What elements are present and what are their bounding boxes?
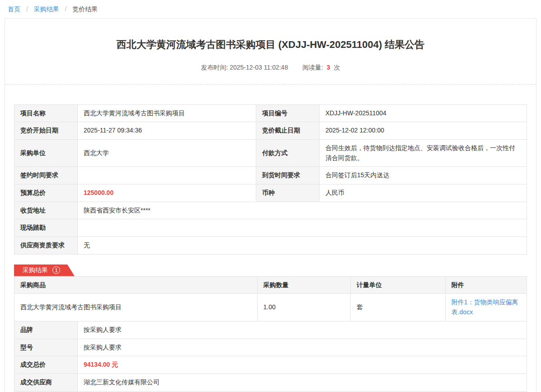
table-row: 品牌 按采购人要求 <box>14 321 527 339</box>
info-value: 人民币 <box>320 184 527 202</box>
read-count-value: 3 <box>327 64 330 71</box>
table-row: 项目名称 西北大学黄河流域考古图书采购项目 项目编号 XDJJ-HW-20251… <box>14 104 527 122</box>
publish-time-value: 2025-12-03 11:02:48 <box>230 64 288 71</box>
attachment-link[interactable]: 附件1：货物类响应偏离表.docx <box>452 298 518 316</box>
product-name: 西北大学黄河流域考古图书采购项目 <box>14 294 258 321</box>
breadcrumb-home-link[interactable]: 首页 <box>8 5 20 13</box>
table-row: 签约时间要求 到货时间要求 合同签订后15天内送达 <box>14 167 527 184</box>
read-count-unit: 次 <box>334 64 340 71</box>
table-row: 型号 按采购人要求 <box>14 339 527 356</box>
breadcrumb-separator: / <box>26 5 28 13</box>
info-label: 币种 <box>256 184 320 202</box>
table-row: 成交供应商 湖北三新文化传媒有限公司 <box>14 373 527 391</box>
info-value: 合同生效后，待货物到达指定地点、安装调试验收合格后，一次性付清合同货款。 <box>320 139 527 166</box>
column-header-unit: 计量单位 <box>350 276 445 294</box>
result-section-header: 采购结果 1 <box>14 264 527 276</box>
detail-value: 按采购人要求 <box>78 339 527 356</box>
announcement-card: 西北大学黄河流域考古图书采购项目 (XDJJ-HW-202511004) 结果公… <box>5 18 536 392</box>
table-row: 预算总价 125000.00 币种 人民币 <box>14 184 527 202</box>
info-value: 2025-12-02 12:00:00 <box>320 122 527 140</box>
info-label: 供应商资质要求 <box>14 237 78 255</box>
result-badge-label: 采购结果 <box>23 266 48 274</box>
product-unit: 套 <box>350 294 445 321</box>
info-label: 采购单位 <box>14 139 78 166</box>
info-label: 到货时间要求 <box>256 167 320 184</box>
read-count-label: 阅读量: <box>302 64 323 71</box>
column-header-product: 采购商品 <box>14 276 258 294</box>
deal-total-price: 94134.00 元 <box>78 356 527 374</box>
result-table: 采购商品 采购数量 计量单位 附件 西北大学黄河流域考古图书采购项目 1.00 … <box>14 276 527 321</box>
info-label: 项目编号 <box>256 104 320 122</box>
info-value: 2025-11-27 09:34:36 <box>78 122 256 140</box>
result-badge: 采购结果 1 <box>14 264 75 276</box>
info-label: 签约时间要求 <box>14 167 78 184</box>
breadcrumb-current: 竞价结果 <box>72 5 98 13</box>
info-label: 竞价开始日期 <box>14 122 78 140</box>
breadcrumb: 首页 / 采购结果 / 竞价结果 <box>0 0 541 18</box>
info-value: XDJJ-HW-202511004 <box>320 104 527 122</box>
result-badge-number: 1 <box>52 266 60 274</box>
info-label: 收货地址 <box>14 202 78 219</box>
read-count: 阅读量: 3 次 <box>302 64 340 71</box>
detail-value: 湖北三新文化传媒有限公司 <box>78 373 527 391</box>
info-value <box>78 219 527 237</box>
table-row: 采购单位 西北大学 付款方式 合同生效后，待货物到达指定地点、安装调试验收合格后… <box>14 139 527 166</box>
detail-label: 型号 <box>14 339 78 356</box>
page-title: 西北大学黄河流域考古图书采购项目 (XDJJ-HW-202511004) 结果公… <box>32 38 509 52</box>
breadcrumb-section-link[interactable]: 采购结果 <box>34 5 59 13</box>
detail-value: 按采购人要求 <box>78 321 527 339</box>
info-value: 无 <box>78 237 527 255</box>
info-value: 西北大学黄河流域考古图书采购项目 <box>78 104 256 122</box>
project-info-table: 项目名称 西北大学黄河流域考古图书采购项目 项目编号 XDJJ-HW-20251… <box>14 104 527 255</box>
info-value <box>78 167 256 184</box>
table-row: 收货地址 陕西省西安市长安区**** <box>14 202 527 219</box>
info-label: 项目名称 <box>14 104 78 122</box>
table-row: 供应商资质要求 无 <box>14 237 527 255</box>
info-value: 合同签订后15天内送达 <box>320 167 527 184</box>
content-area: 项目名称 西北大学黄河流域考古图书采购项目 项目编号 XDJJ-HW-20251… <box>5 85 536 392</box>
breadcrumb-separator: / <box>65 5 67 13</box>
info-label: 现场踏勘 <box>14 219 78 237</box>
product-quantity: 1.00 <box>257 294 350 321</box>
column-header-quantity: 采购数量 <box>257 276 350 294</box>
table-row: 现场踏勘 <box>14 219 527 237</box>
column-header-attachment: 附件 <box>445 276 527 294</box>
budget-total-value: 125000.00 <box>78 184 256 202</box>
table-row: 竞价开始日期 2025-11-27 09:34:36 竞价截止日期 2025-1… <box>14 122 527 140</box>
detail-label: 品牌 <box>14 321 78 339</box>
publish-time-label: 发布时间: <box>201 64 228 71</box>
announcement-meta: 发布时间: 2025-12-03 11:02:48 阅读量: 3 次 <box>5 64 536 72</box>
table-row: 西北大学黄河流域考古图书采购项目 1.00 套 附件1：货物类响应偏离表.doc… <box>14 294 527 321</box>
info-value: 陕西省西安市长安区**** <box>78 202 527 219</box>
info-label: 预算总价 <box>14 184 78 202</box>
table-row: 成交总价 94134.00 元 <box>14 356 527 374</box>
detail-label: 成交总价 <box>14 356 78 374</box>
result-detail-table: 品牌 按采购人要求 型号 按采购人要求 成交总价 94134.00 元 成交供应… <box>14 321 527 392</box>
publish-time: 发布时间: 2025-12-03 11:02:48 <box>201 64 290 71</box>
detail-label: 成交供应商 <box>14 373 78 391</box>
info-label: 付款方式 <box>256 139 320 166</box>
info-label: 竞价截止日期 <box>256 122 320 140</box>
info-value: 西北大学 <box>78 139 256 166</box>
table-header-row: 采购商品 采购数量 计量单位 附件 <box>14 276 527 294</box>
